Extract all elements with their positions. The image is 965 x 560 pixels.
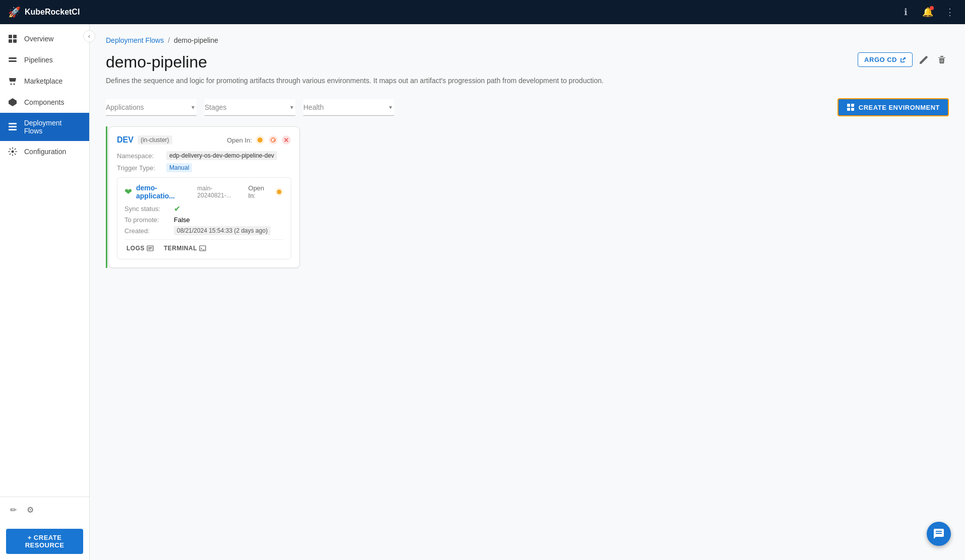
app-sync-label: Sync status:: [124, 205, 170, 213]
rocket-icon: 🚀: [8, 6, 21, 18]
sidebar-item-pipelines[interactable]: Pipelines: [0, 49, 89, 71]
breadcrumb-parent-link[interactable]: Deployment Flows: [106, 36, 164, 44]
logs-label: LOGS: [126, 245, 145, 252]
svg-rect-16: [851, 108, 854, 111]
pipelines-icon: [8, 55, 18, 64]
env-card-header: DEV (in-cluster) Open In:: [117, 135, 291, 145]
svg-rect-3: [13, 39, 17, 43]
argo-cd-label: ARGO CD: [864, 56, 897, 63]
svg-rect-11: [9, 129, 17, 130]
logs-button[interactable]: LOGS: [124, 244, 156, 253]
sidebar-item-configuration[interactable]: Configuration: [0, 141, 89, 162]
app-fields: Sync status: ✔ To promote: False Created…: [124, 204, 284, 235]
svg-rect-10: [9, 126, 17, 127]
sidebar-item-marketplace[interactable]: Marketplace: [0, 71, 89, 92]
svg-rect-9: [9, 123, 17, 124]
chat-fab-button[interactable]: [927, 522, 951, 546]
sidebar-item-components-label: Components: [24, 98, 64, 106]
svg-point-6: [11, 84, 12, 85]
configuration-icon: [8, 147, 18, 156]
edit-button[interactable]: [917, 53, 931, 67]
app-open-in-label: Open In:: [248, 184, 272, 199]
app-created-field: Created: 08/21/2024 15:54:33 (2 days ago…: [124, 226, 284, 235]
svg-point-12: [12, 151, 14, 153]
sidebar-item-configuration-label: Configuration: [24, 148, 66, 156]
env-card: DEV (in-cluster) Open In:: [108, 126, 300, 268]
sidebar-collapse-button[interactable]: ‹: [83, 30, 95, 42]
delete-button[interactable]: [935, 53, 949, 67]
terminal-button[interactable]: TERMINAL: [162, 244, 208, 253]
svg-point-22: [277, 190, 282, 194]
logs-icon: [147, 245, 154, 252]
components-icon: [8, 98, 18, 107]
env-trigger-value: Manual: [166, 163, 192, 172]
grid-icon: [8, 34, 18, 43]
svg-rect-4: [9, 57, 17, 59]
app-name-link[interactable]: demo-applicatio...: [136, 184, 194, 200]
svg-rect-1: [13, 35, 17, 38]
app-sync-field: Sync status: ✔: [124, 204, 284, 214]
env-trigger-field: Trigger Type: Manual: [117, 163, 291, 172]
app-body: ‹ Overview: [0, 24, 965, 560]
applications-filter: Applications ▾: [106, 99, 197, 116]
env-namespace-label: Namespace:: [117, 152, 162, 160]
top-nav: 🚀 KubeRocketCI ℹ 🔔 ⋮: [0, 0, 965, 24]
svg-rect-14: [851, 104, 854, 107]
breadcrumb: Deployment Flows / demo-pipeline: [106, 36, 949, 44]
env-fields: Namespace: edp-delivery-os-dev-demo-pipe…: [117, 151, 291, 172]
create-env-icon: [847, 103, 855, 111]
svg-point-19: [269, 135, 278, 145]
sidebar-item-overview-label: Overview: [24, 35, 53, 43]
breadcrumb-current: demo-pipeline: [174, 36, 218, 44]
sidebar: ‹ Overview: [0, 24, 90, 560]
env-open-in: Open In:: [227, 135, 291, 145]
top-nav-actions: ℹ 🔔 ⋮: [898, 5, 957, 19]
sidebar-item-components[interactable]: Components: [0, 92, 89, 113]
marketplace-icon: [8, 77, 18, 86]
app-promote-value: False: [174, 216, 190, 224]
create-resource-button[interactable]: + CREATE RESOURCE: [6, 529, 83, 554]
env-name: DEV (in-cluster): [117, 135, 172, 145]
argo-cd-button[interactable]: ARGO CD: [858, 52, 913, 67]
svg-rect-5: [9, 60, 17, 62]
sidebar-footer: ✏ ⚙: [0, 497, 89, 523]
info-button[interactable]: ℹ: [898, 5, 913, 19]
applications-select[interactable]: Applications: [106, 99, 197, 116]
app-promote-label: To promote:: [124, 216, 170, 224]
app-card-header: ❤ demo-applicatio... main-20240821-... O…: [124, 184, 284, 200]
edit-icon: [919, 55, 929, 65]
sidebar-item-overview[interactable]: Overview: [0, 28, 89, 49]
app-sync-icon: ✔: [174, 204, 180, 214]
page-header: demo-pipeline ARGO CD: [106, 52, 949, 72]
env-close-icon[interactable]: [281, 135, 291, 145]
sidebar-item-deployment-flows[interactable]: Deployment Flows: [0, 113, 89, 141]
env-open-in-label: Open In:: [227, 136, 252, 144]
env-sync-icon[interactable]: [268, 135, 278, 145]
app-promote-field: To promote: False: [124, 216, 284, 224]
env-name-text: DEV: [117, 135, 134, 145]
create-environment-button[interactable]: CREATE ENVIRONMENT: [838, 98, 949, 116]
app-card: ❤ demo-applicatio... main-20240821-... O…: [117, 177, 291, 259]
env-badge: (in-cluster): [138, 135, 172, 145]
stages-filter: Stages ▾: [205, 99, 295, 116]
app-actions: LOGS TERMINAL: [124, 239, 284, 253]
svg-rect-13: [847, 104, 850, 107]
sidebar-settings-button[interactable]: ⚙: [25, 503, 36, 517]
sidebar-edit-button[interactable]: ✏: [8, 503, 19, 517]
terminal-label: TERMINAL: [164, 245, 197, 252]
notification-button[interactable]: 🔔: [921, 5, 935, 19]
sidebar-item-pipelines-label: Pipelines: [24, 56, 53, 64]
app-argo-icon[interactable]: [275, 187, 284, 196]
stages-select[interactable]: Stages: [205, 99, 295, 116]
env-argo-icon[interactable]: [255, 135, 265, 145]
breadcrumb-separator: /: [168, 36, 170, 44]
sidebar-item-deployment-flows-label: Deployment Flows: [24, 119, 81, 135]
env-open-icons: [255, 135, 291, 145]
health-select[interactable]: Health: [303, 99, 394, 116]
app-branch: main-20240821-...: [198, 185, 244, 199]
page-actions: ARGO CD: [858, 52, 949, 67]
main-content: Deployment Flows / demo-pipeline demo-pi…: [90, 24, 965, 560]
more-menu-button[interactable]: ⋮: [943, 5, 957, 19]
external-link-icon: [900, 57, 906, 63]
env-namespace-value: edp-delivery-os-dev-demo-pipeline-dev: [166, 151, 277, 160]
